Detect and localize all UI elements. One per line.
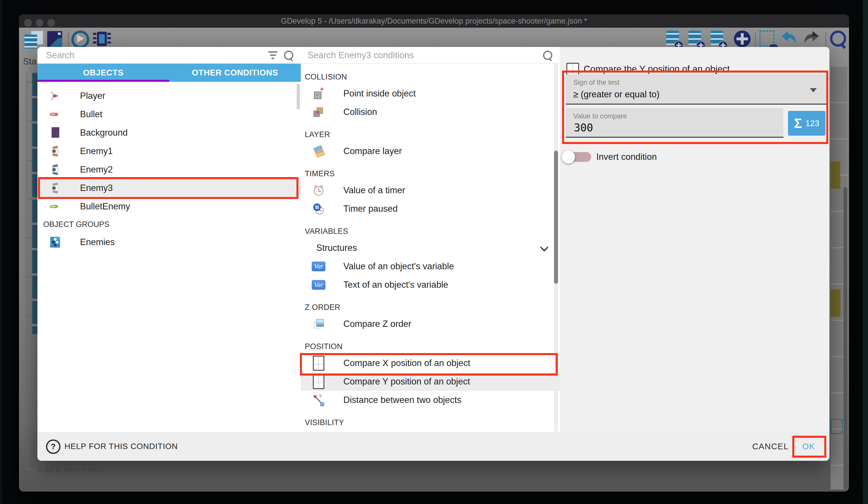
compare-y-position-icon bbox=[311, 374, 327, 389]
event-tree-line bbox=[27, 72, 27, 454]
bullet-icon bbox=[47, 108, 63, 121]
background-tab-label: Sta bbox=[23, 57, 37, 67]
add-external-events-icon[interactable] bbox=[689, 31, 703, 48]
object-search-row bbox=[38, 47, 301, 64]
section-header-layer: LAYER bbox=[301, 121, 560, 142]
condition-timer-paused[interactable]: Timer paused bbox=[301, 200, 560, 218]
help-button[interactable]: HELP FOR THIS CONDITION bbox=[64, 442, 178, 451]
redo-arrow-shape bbox=[803, 31, 820, 47]
value-to-compare-input[interactable] bbox=[573, 121, 661, 134]
list-item-player[interactable]: Player bbox=[38, 87, 301, 105]
list-item-enemy2[interactable]: Enemy2 bbox=[38, 160, 301, 179]
add-event-label[interactable]: Add a new event bbox=[38, 464, 104, 475]
play-icon[interactable] bbox=[71, 31, 89, 48]
add-icon[interactable] bbox=[733, 31, 750, 48]
condition-list-scrollbar[interactable] bbox=[554, 151, 558, 284]
toggle-thumb[interactable] bbox=[562, 150, 575, 164]
condition-search-row bbox=[301, 47, 560, 64]
object-groups-header: OBJECT GROUPS bbox=[38, 216, 301, 233]
player-ship-icon bbox=[47, 90, 63, 102]
object-search-input[interactable] bbox=[45, 50, 268, 61]
toolbar-separator bbox=[755, 32, 756, 47]
maximize-window-button[interactable] bbox=[47, 19, 55, 27]
condition-compare-z-order[interactable]: Compare Z order bbox=[301, 315, 560, 333]
condition-search-input[interactable] bbox=[307, 50, 543, 61]
condition-visibility-of-object[interactable]: Visibility of an object bbox=[301, 430, 560, 432]
list-item-bullet[interactable]: Bullet bbox=[38, 105, 301, 123]
event-tree-tick bbox=[27, 393, 33, 394]
doc-front-shape bbox=[24, 34, 37, 48]
section-header-zorder: Z ORDER bbox=[301, 294, 560, 315]
project-manager-icon[interactable] bbox=[24, 31, 43, 48]
condition-value-object-variable[interactable]: Var Value of an object's variable bbox=[301, 257, 560, 276]
redo-icon[interactable] bbox=[803, 31, 820, 48]
close-window-button[interactable] bbox=[24, 19, 32, 27]
condition-compare-layer[interactable]: Compare layer bbox=[301, 142, 560, 160]
section-header-variables: VARIABLES bbox=[301, 218, 560, 239]
collision-icon bbox=[311, 106, 327, 118]
expression-builder-button[interactable]: Σ 123 bbox=[788, 111, 825, 135]
variable-icon: Var bbox=[311, 280, 327, 290]
toolbar-separator bbox=[825, 32, 826, 47]
condition-editor-dialog: OBJECTS OTHER CONDITIONS Player Bullet B… bbox=[38, 47, 829, 461]
tab-other-conditions[interactable]: OTHER CONDITIONS bbox=[169, 64, 301, 82]
list-item-enemy1[interactable]: Enemy1 bbox=[38, 142, 301, 160]
tab-objects[interactable]: OBJECTS bbox=[38, 64, 169, 82]
filter-icon[interactable] bbox=[268, 51, 278, 59]
list-item-bulletenemy[interactable]: BulletEnemy bbox=[38, 197, 301, 216]
add-external-layout-icon[interactable] bbox=[711, 31, 725, 48]
timer-paused-icon bbox=[311, 202, 327, 215]
condition-distance-between-objects[interactable]: ? Distance between two objects bbox=[301, 391, 560, 409]
compare-layer-icon bbox=[311, 145, 327, 157]
scene-shape bbox=[47, 31, 62, 48]
highlighted-action-block bbox=[830, 161, 840, 189]
list-item-background[interactable]: Background bbox=[38, 123, 301, 142]
active-tab-indicator bbox=[38, 80, 169, 82]
traffic-lights bbox=[24, 19, 55, 27]
cancel-button[interactable]: CANCEL bbox=[743, 439, 798, 454]
z-order-icon bbox=[311, 318, 327, 330]
search-icon bbox=[284, 51, 293, 60]
condition-collision[interactable]: Collision bbox=[301, 103, 560, 121]
section-header-collision: COLLISION bbox=[301, 64, 560, 84]
compare-x-position-icon bbox=[311, 356, 327, 371]
undo-arrow-shape bbox=[781, 31, 798, 47]
section-header-visibility: VISIBILITY bbox=[301, 409, 560, 430]
condition-compare-y-position[interactable]: Compare Y position of an object bbox=[301, 372, 560, 391]
add-action-label[interactable]: Add... bbox=[803, 464, 826, 475]
value-to-compare-field[interactable]: Value to compare bbox=[566, 108, 783, 138]
variable-icon: Var bbox=[311, 262, 327, 271]
toolbar-separator bbox=[68, 32, 69, 47]
enemy2-ship-icon bbox=[47, 163, 63, 176]
condition-compare-x-position[interactable]: Compare X position of an object bbox=[301, 354, 560, 372]
ok-button[interactable]: OK bbox=[794, 439, 823, 454]
inspector-title: Compare the Y position of an object. bbox=[583, 64, 732, 74]
scene-editor-icon[interactable] bbox=[46, 31, 63, 48]
add-scene-icon[interactable] bbox=[666, 31, 681, 48]
condition-group-structures[interactable]: Structures bbox=[301, 239, 560, 257]
debug-inner-shape bbox=[99, 34, 105, 43]
condition-value-of-timer[interactable]: Value of a timer bbox=[301, 181, 560, 200]
condition-point-inside-object[interactable]: ++ Point inside object bbox=[301, 84, 560, 103]
minimize-window-button[interactable] bbox=[36, 19, 43, 27]
condition-text-object-variable[interactable]: Var Text of an object's variable bbox=[301, 276, 560, 294]
timer-icon bbox=[311, 184, 327, 197]
selected-event-outline bbox=[830, 419, 843, 434]
invert-condition-label: Invert condition bbox=[596, 152, 657, 162]
paste-icon[interactable] bbox=[760, 31, 776, 48]
event-tree-elbow bbox=[27, 469, 38, 470]
list-item-enemies-group[interactable]: Enemies bbox=[38, 233, 301, 251]
sign-of-test-select[interactable]: Sign of the test ≥ (greater or equal to) bbox=[566, 74, 827, 104]
plus-circle-shape bbox=[733, 29, 752, 48]
list-item-enemy3[interactable]: Enemy3 bbox=[38, 179, 301, 197]
debug-icon[interactable] bbox=[93, 31, 111, 48]
highlighted-action-block bbox=[830, 290, 840, 317]
object-list-scrollbar[interactable] bbox=[297, 83, 300, 109]
point-inside-object-icon: ++ bbox=[311, 88, 327, 99]
condition-list: COLLISION ++ Point inside object Collisi… bbox=[301, 64, 560, 432]
undo-icon[interactable] bbox=[781, 31, 798, 48]
search-icon[interactable] bbox=[830, 31, 848, 48]
sign-of-test-label: Sign of the test bbox=[573, 78, 827, 87]
events-scrollbar[interactable] bbox=[844, 187, 847, 490]
magnifier-shape bbox=[830, 31, 846, 47]
